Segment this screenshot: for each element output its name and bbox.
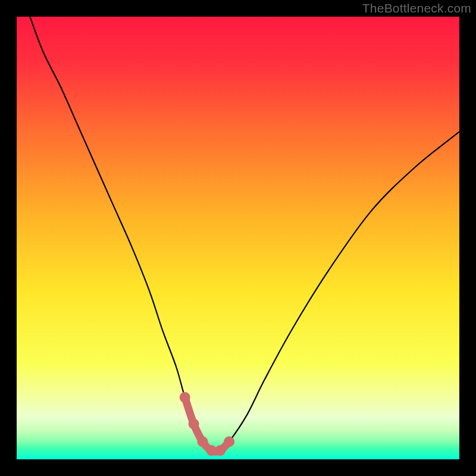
watermark-text: TheBottleneck.com <box>362 1 471 15</box>
minimum-dot <box>224 436 234 447</box>
bottleneck-chart <box>0 0 476 476</box>
minimum-dot <box>189 418 199 429</box>
gradient-background <box>17 17 459 459</box>
minimum-dot <box>197 436 208 447</box>
minimum-dot <box>180 392 190 403</box>
minimum-dot <box>215 445 226 456</box>
